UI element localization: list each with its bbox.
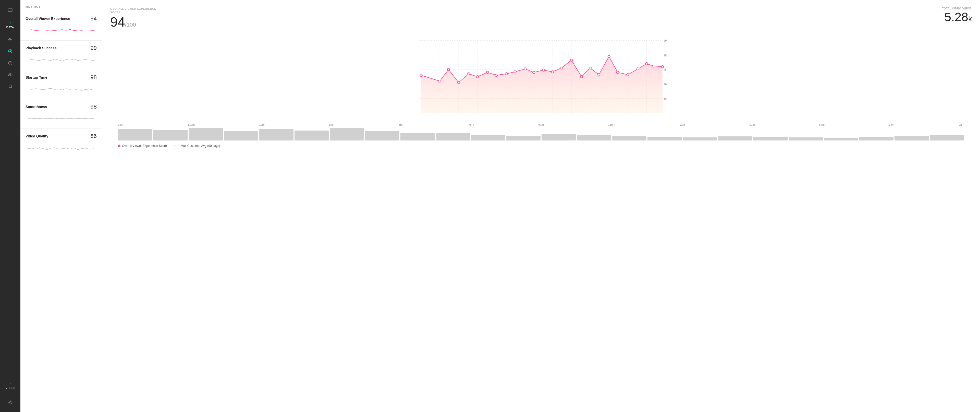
metric-name-playback: Playback Success [25, 46, 56, 50]
bar-5 [259, 129, 293, 141]
svg-point-52 [627, 73, 629, 76]
score-out-of: /100 [125, 21, 136, 28]
svg-point-35 [468, 73, 470, 75]
legend-score-dot [118, 145, 121, 147]
time-label-1am: 1am [679, 123, 685, 126]
bar-11 [471, 135, 505, 141]
svg-point-49 [598, 73, 600, 76]
score-number: 94 [110, 14, 125, 29]
video-nav-section[interactable]: / VIDEO [6, 382, 15, 390]
svg-point-39 [505, 73, 508, 75]
chart-legend: Overall Viewer Experience Score Mux Cust… [110, 144, 972, 148]
svg-point-7 [10, 401, 11, 403]
bar-7 [330, 128, 364, 141]
folder-icon[interactable] [5, 4, 16, 15]
settings-icon[interactable] [5, 397, 16, 408]
bar-20 [789, 137, 823, 141]
legend-avg-item: Mux Customer Avg (90 days) [173, 144, 220, 148]
metric-score-playback: 99 [91, 45, 97, 51]
metric-chevron-overall: › [97, 24, 99, 28]
metric-name-smoothness: Smoothness [25, 105, 47, 109]
video-slash: / [10, 382, 11, 386]
sidebar-top: / DATA [5, 4, 16, 92]
time-label-5am: 5am [819, 123, 824, 126]
sidebar: / DATA [0, 0, 21, 412]
bar-17 [682, 137, 717, 141]
svg-point-55 [652, 65, 655, 67]
svg-text:87: 87 [664, 83, 668, 86]
svg-point-51 [617, 71, 619, 73]
time-label-1pm: 1pm [259, 123, 264, 126]
views-section: TOTAL VIDEO VIEWS 5.28k [942, 7, 972, 23]
svg-point-41 [524, 68, 526, 70]
time-label-9pm: 9pm [538, 123, 544, 126]
main-top: OVERALL VIEWER EXPERIENCESCORE 94/100 TO… [110, 7, 972, 29]
bar-chart [110, 128, 972, 141]
svg-point-36 [476, 76, 479, 78]
metric-card-playback[interactable]: Playback Success 99 [21, 41, 102, 70]
time-label-11am: 11am [188, 123, 195, 126]
bar-4 [224, 131, 258, 141]
main-chart: 96 93 90 87 84 [110, 35, 972, 121]
bar-2 [153, 130, 187, 141]
svg-point-46 [570, 59, 573, 61]
svg-point-1 [10, 51, 11, 52]
eye-icon[interactable] [5, 69, 16, 80]
bar-16 [648, 137, 682, 141]
time-label-9am: 9am [118, 123, 123, 126]
views-value: 5.28k [942, 11, 972, 23]
svg-text:93: 93 [664, 54, 668, 57]
bar-14 [577, 136, 611, 141]
bell-icon[interactable] [5, 81, 16, 92]
time-axis: 9am 11am 1pm 3pm 5pm 7pm 9pm 11pm 1am 3a… [110, 123, 972, 126]
pulse-icon[interactable] [5, 34, 16, 45]
time-label-5pm: 5pm [399, 123, 404, 126]
bar-8 [365, 131, 399, 141]
sparkline-overall [25, 25, 97, 35]
svg-point-42 [533, 71, 535, 73]
svg-point-38 [495, 74, 497, 77]
time-label-3am: 3am [749, 123, 755, 126]
svg-point-37 [487, 71, 489, 73]
bar-3 [189, 128, 223, 141]
bar-6 [294, 131, 329, 141]
svg-point-54 [646, 62, 648, 65]
data-slash: / [10, 21, 11, 25]
main-content: OVERALL VIEWER EXPERIENCESCORE 94/100 TO… [102, 0, 980, 412]
time-label-9am-end: 9am [959, 123, 964, 126]
svg-point-44 [552, 71, 554, 73]
metric-name-overall: Overall Viewer Experience [25, 17, 70, 21]
sparkline-startup [25, 84, 97, 94]
legend-score-item: Overall Viewer Experience Score [118, 144, 167, 148]
svg-point-47 [580, 76, 583, 78]
metric-score-startup: 98 [91, 74, 97, 81]
score-section: OVERALL VIEWER EXPERIENCESCORE 94/100 [110, 7, 156, 29]
data-nav-section[interactable]: / DATA [6, 21, 14, 29]
bar-19 [753, 137, 788, 141]
svg-point-48 [589, 67, 591, 69]
metric-card-smoothness[interactable]: Smoothness 98 [21, 99, 102, 129]
chart-icon[interactable] [5, 46, 16, 57]
bar-18 [718, 136, 752, 141]
score-label: OVERALL VIEWER EXPERIENCESCORE [110, 7, 156, 14]
svg-text:96: 96 [664, 39, 668, 43]
svg-point-34 [457, 81, 460, 83]
metric-card-quality[interactable]: Video Quality 86 [21, 129, 102, 158]
views-label: TOTAL VIDEO VIEWS [942, 7, 972, 10]
bar-21 [824, 138, 858, 141]
video-label: VIDEO [6, 387, 15, 390]
sparkline-playback [25, 54, 97, 65]
svg-point-32 [439, 80, 441, 82]
alert-icon[interactable] [5, 57, 16, 69]
metric-card-startup[interactable]: Startup Time 98 [21, 70, 102, 99]
bar-23 [894, 136, 929, 141]
svg-point-53 [637, 68, 639, 70]
svg-text:84: 84 [664, 97, 668, 101]
views-unit: k [968, 15, 972, 23]
svg-point-56 [661, 65, 663, 68]
legend-score-label: Overall Viewer Experience Score [122, 144, 167, 148]
views-number: 5.28 [945, 10, 968, 24]
time-label-3pm: 3pm [329, 123, 334, 126]
metric-card-overall[interactable]: Overall Viewer Experience 94 › [21, 11, 102, 41]
metric-name-quality: Video Quality [25, 134, 48, 138]
